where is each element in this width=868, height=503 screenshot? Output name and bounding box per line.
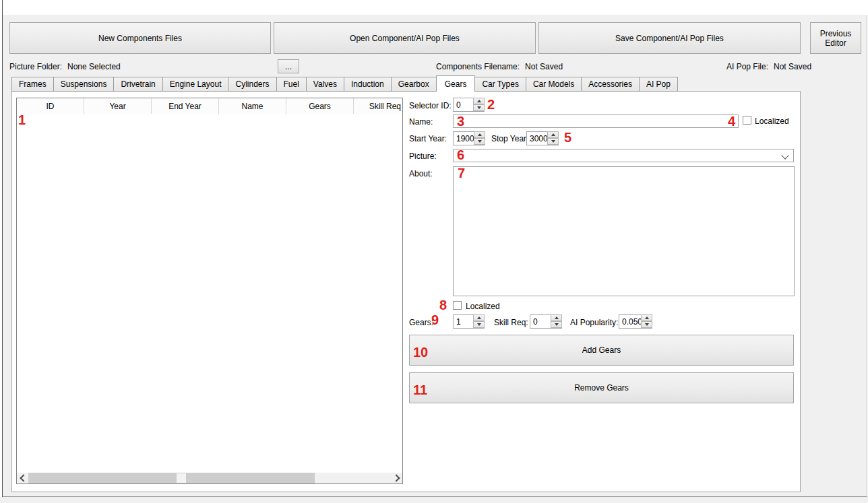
spin-down-icon <box>551 140 555 143</box>
spin-up-button[interactable] <box>473 98 485 104</box>
gears-spinbox[interactable] <box>453 314 485 329</box>
open-component-files-button[interactable]: Open Component/AI Pop Files <box>274 22 536 54</box>
localized-about-checkbox[interactable] <box>453 301 462 310</box>
spin-down-button[interactable] <box>551 321 562 328</box>
ai-popularity-spinbox[interactable] <box>619 314 652 329</box>
skill-req-spinbox[interactable] <box>530 314 562 329</box>
start-year-input[interactable] <box>454 132 474 145</box>
spin-down-icon <box>478 140 482 143</box>
tab-fuel[interactable]: Fuel <box>276 77 307 92</box>
picture-folder-status: Picture Folder: None Selected <box>9 62 121 71</box>
gears-input[interactable] <box>454 315 473 328</box>
tab-gearbox[interactable]: Gearbox <box>391 77 437 92</box>
add-gears-button[interactable]: Add Gears <box>409 335 794 366</box>
browse-picture-folder-button[interactable]: ... <box>278 59 299 73</box>
tab-cylinders[interactable]: Cylinders <box>228 77 276 92</box>
spin-up-icon <box>551 133 555 136</box>
chevron-down-icon <box>781 152 788 159</box>
spin-up-button[interactable] <box>551 314 562 321</box>
column-header-gears[interactable]: Gears <box>286 98 354 114</box>
tab-engine-layout[interactable]: Engine Layout <box>162 77 229 92</box>
start-year-spin-buttons <box>474 132 485 145</box>
column-header-name[interactable]: Name <box>219 98 286 114</box>
tab-car-models[interactable]: Car Models <box>526 77 582 92</box>
chevron-left-icon <box>20 474 27 481</box>
scroll-right-button[interactable] <box>391 473 402 483</box>
name-input[interactable] <box>453 114 739 128</box>
picture-label: Picture: <box>409 152 437 161</box>
skill-req-input[interactable] <box>530 315 551 328</box>
new-components-files-button[interactable]: New Components Files <box>9 22 271 54</box>
tab-ai-pop[interactable]: AI Pop <box>639 77 678 92</box>
tab-drivetrain[interactable]: Drivetrain <box>113 77 162 92</box>
localized-name-label: Localized <box>755 116 789 126</box>
save-component-files-button[interactable]: Save Component/AI Pop Files <box>538 22 801 54</box>
selector-id-label: Selector ID: <box>409 101 452 110</box>
spin-up-button[interactable] <box>473 314 485 321</box>
name-label: Name: <box>409 117 433 127</box>
tab-valves[interactable]: Valves <box>306 77 344 92</box>
spin-down-button[interactable] <box>473 104 485 111</box>
selector-id-input[interactable] <box>454 98 473 111</box>
localized-name-checkbox[interactable] <box>743 116 751 125</box>
about-textarea[interactable] <box>453 166 795 296</box>
tab-gears[interactable]: Gears <box>436 75 476 92</box>
spin-up-icon <box>477 316 481 319</box>
ai-popularity-input[interactable] <box>619 315 641 328</box>
column-header-id[interactable]: ID <box>17 98 84 114</box>
annotation-3: 3 <box>457 114 464 128</box>
column-header-end-year[interactable]: End Year <box>152 98 219 114</box>
stop-year-label: Stop Year: <box>491 134 528 143</box>
spin-up-icon <box>645 316 649 319</box>
selector-id-spinbox[interactable] <box>453 98 485 112</box>
tab-suspensions[interactable]: Suspensions <box>53 77 115 92</box>
spin-down-button[interactable] <box>641 321 652 328</box>
column-header-skill-req[interactable]: Skill Req <box>354 98 402 114</box>
components-filename-label: Components Filename: <box>436 62 520 71</box>
table-body[interactable] <box>17 114 402 472</box>
start-year-spinbox[interactable] <box>453 131 485 145</box>
stop-year-spin-buttons <box>547 132 558 145</box>
annotation-4: 4 <box>728 114 735 128</box>
selector-id-spin-buttons <box>473 98 484 111</box>
spin-up-button[interactable] <box>474 131 485 138</box>
picture-combobox[interactable] <box>453 149 794 162</box>
table-header: ID Year End Year Name Gears Skill Req <box>17 98 402 114</box>
picture-folder-value: None Selected <box>67 62 121 71</box>
localized-about-label: Localized <box>466 302 500 311</box>
spin-down-icon <box>645 323 649 326</box>
scrollbar-thumb[interactable] <box>28 473 315 483</box>
annotation-2: 2 <box>487 98 495 111</box>
component-tab-bar: Frames Suspensions Drivetrain Engine Lay… <box>11 75 677 92</box>
table-horizontal-scrollbar[interactable] <box>17 473 402 483</box>
spin-up-button[interactable] <box>547 131 559 138</box>
tab-accessories[interactable]: Accessories <box>581 77 640 92</box>
spin-down-icon <box>555 323 559 326</box>
annotation-8: 8 <box>439 298 447 312</box>
components-table: ID Year End Year Name Gears Skill Req <box>16 98 403 484</box>
column-header-year[interactable]: Year <box>84 98 152 114</box>
spin-down-icon <box>477 323 481 326</box>
tab-car-types[interactable]: Car Types <box>474 77 526 92</box>
scroll-left-button[interactable] <box>17 473 28 483</box>
tab-frames[interactable]: Frames <box>11 77 54 92</box>
tab-induction[interactable]: Induction <box>344 77 392 92</box>
annotation-10: 10 <box>413 345 428 359</box>
spin-up-button[interactable] <box>641 314 652 321</box>
gears-spin-buttons <box>473 315 484 328</box>
previous-editor-button[interactable]: Previous Editor <box>810 22 861 54</box>
ai-popularity-spin-buttons <box>641 315 652 328</box>
spin-down-button[interactable] <box>474 138 485 145</box>
picture-folder-label: Picture Folder: <box>9 62 62 71</box>
remove-gears-button[interactable]: Remove Gears <box>409 372 794 403</box>
about-label: About: <box>409 169 433 178</box>
annotation-9: 9 <box>431 313 439 327</box>
spin-down-button[interactable] <box>473 321 485 328</box>
spin-down-button[interactable] <box>547 138 559 145</box>
scrollbar-grip[interactable] <box>177 473 186 483</box>
spin-up-icon <box>478 133 482 136</box>
chevron-right-icon <box>392 474 400 481</box>
components-filename-status: Components Filename: Not Saved <box>436 62 563 71</box>
stop-year-spinbox[interactable] <box>526 131 559 145</box>
stop-year-input[interactable] <box>527 132 547 145</box>
